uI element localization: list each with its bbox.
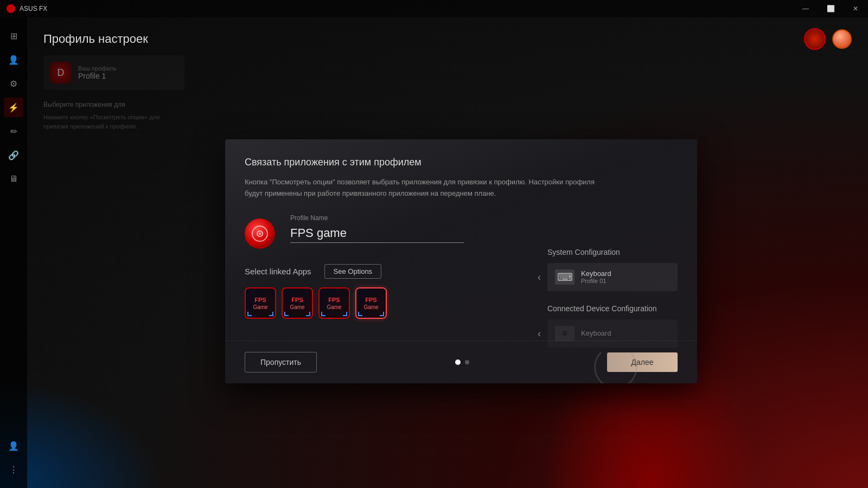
close-button[interactable]: ✕: [843, 0, 868, 17]
modal-body: Связать приложения с этим профилем Кнопк…: [225, 139, 697, 341]
pagination-dot-2: [465, 360, 469, 364]
main-area: Профиль настроек D Ваш профиль Profile 1…: [27, 17, 868, 488]
sidebar-item-more[interactable]: ⋮: [4, 460, 23, 479]
modal-description: Кнопка "Посмотреть опции" позволяет выбр…: [245, 177, 614, 200]
app-icon-3[interactable]: FPS Game: [318, 287, 350, 319]
connected-keyboard-icon: ≡: [555, 326, 575, 341]
sidebar: ⊞ 👤 ⚙ ⚡ ✏ 🔗 🖥 👤 ⋮: [0, 17, 27, 488]
linked-apps-label: Select linked Apps: [245, 267, 311, 276]
connected-device-name: Keyboard: [581, 329, 611, 337]
profile-name-field: Profile Name FPS game: [290, 214, 464, 243]
titlebar-title: ASUS FX: [20, 5, 47, 12]
minimize-button[interactable]: —: [793, 0, 818, 17]
profile-icon-inner: [252, 226, 268, 242]
see-options-button[interactable]: See Options: [324, 264, 382, 279]
system-config-card-wrapper: ‹ ⌨ Keyboard Profile 01: [547, 263, 678, 291]
system-config-card: ⌨ Keyboard Profile 01: [547, 263, 678, 291]
sidebar-item-brush[interactable]: ✏: [4, 121, 23, 141]
connected-config-card: ≡ Keyboard: [547, 319, 678, 348]
app-icon-1[interactable]: FPS Game: [245, 287, 276, 319]
keyboard-profile-name: Profile 01: [581, 278, 611, 284]
profile-icon-circle: [245, 219, 275, 249]
app-icon-2[interactable]: FPS Game: [282, 287, 313, 319]
keyboard-config-info: Keyboard Profile 01: [581, 269, 611, 284]
sidebar-item-user[interactable]: 👤: [4, 436, 23, 455]
keyboard-device-name: Keyboard: [581, 269, 611, 278]
skip-button[interactable]: Пропустить: [245, 352, 317, 373]
app-icon-4[interactable]: FPS Game: [355, 287, 387, 319]
profile-name-row: Profile Name FPS game: [245, 214, 678, 249]
sidebar-item-link[interactable]: 🔗: [4, 145, 23, 165]
connected-device-title: Connected Device Configuration: [547, 304, 678, 313]
restore-button[interactable]: ⬜: [818, 0, 843, 17]
connected-config-chevron-left[interactable]: ‹: [538, 328, 541, 339]
connected-keyboard-info: Keyboard: [581, 329, 611, 337]
sidebar-item-home[interactable]: ⊞: [4, 26, 23, 46]
pagination-dots: [455, 359, 469, 365]
profile-name-field-label: Profile Name: [290, 214, 464, 222]
sidebar-item-profile[interactable]: 👤: [4, 50, 23, 69]
svg-point-1: [259, 233, 261, 235]
app-icon: [7, 4, 15, 13]
modal-heading: Связать приложения с этим профилем: [245, 157, 678, 168]
sidebar-item-monitor[interactable]: 🖥: [4, 169, 23, 189]
connected-config-card-wrapper: ‹ ≡ Keyboard: [547, 319, 678, 348]
titlebar: ASUS FX — ⬜ ✕: [0, 0, 868, 17]
sidebar-item-settings[interactable]: ⚙: [4, 74, 23, 93]
profile-name-input[interactable]: FPS game: [290, 226, 464, 243]
system-config-chevron-left[interactable]: ‹: [538, 271, 541, 282]
keyboard-config-icon: ⌨: [555, 269, 575, 285]
system-config-title: System Configuration: [547, 248, 678, 256]
sidebar-item-lightning[interactable]: ⚡: [4, 98, 23, 117]
center-spinner: [594, 345, 637, 384]
modal-overlay: Связать приложения с этим профилем Кнопк…: [54, 35, 868, 488]
modal-dialog: Связать приложения с этим профилем Кнопк…: [225, 139, 697, 384]
pagination-dot-1: [455, 359, 461, 365]
